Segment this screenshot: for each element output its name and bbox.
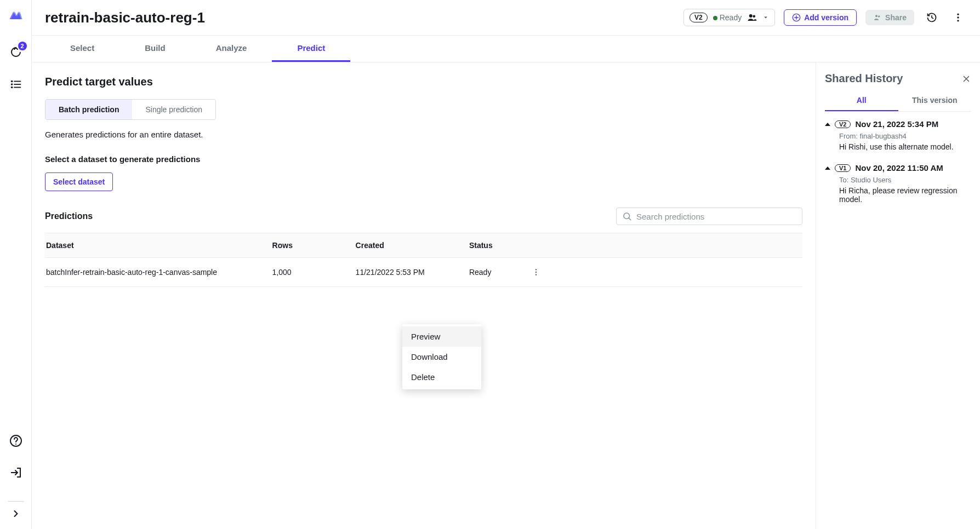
- cell-created: 11/21/2022 5:53 PM: [356, 258, 469, 287]
- cell-dataset: batchInfer-retrain-basic-auto-reg-1-canv…: [45, 258, 272, 287]
- svg-point-11: [875, 15, 878, 17]
- panel-tab-this-version[interactable]: This version: [898, 90, 972, 111]
- menu-download[interactable]: Download: [402, 347, 481, 367]
- history-version-badge: V1: [835, 164, 851, 172]
- exit-icon[interactable]: [8, 465, 24, 480]
- history-date: Nov 20, 2022 11:50 AM: [855, 163, 943, 173]
- app-logo-icon[interactable]: [8, 8, 24, 23]
- expand-rail-icon[interactable]: [8, 506, 24, 521]
- activity-icon[interactable]: 2: [8, 45, 24, 60]
- col-created: Created: [356, 233, 469, 258]
- predict-description: Generates predictions for an entire data…: [45, 130, 802, 139]
- panel-tabs: All This version: [825, 90, 971, 112]
- select-dataset-heading: Select a dataset to generate predictions: [45, 154, 802, 164]
- share-button: Share: [865, 10, 914, 25]
- svg-point-2: [10, 83, 13, 85]
- history-message: Hi Rishi, use this alternate model.: [839, 142, 971, 151]
- svg-point-14: [957, 16, 959, 18]
- history-item: V1 Nov 20, 2022 11:50 AM To: Studio User…: [825, 163, 971, 204]
- svg-point-7: [15, 444, 16, 445]
- single-prediction-tab[interactable]: Single prediction: [132, 100, 215, 119]
- svg-rect-1: [14, 81, 21, 82]
- main: retrain-basic-auto-reg-1 V2 Ready Add ve…: [32, 0, 980, 529]
- prediction-mode-toggle: Batch prediction Single prediction: [45, 99, 216, 120]
- history-item: V2 Nov 21, 2022 5:34 PM From: final-bugb…: [825, 119, 971, 151]
- tab-select[interactable]: Select: [45, 36, 119, 62]
- page-title: retrain-basic-auto-reg-1: [45, 9, 683, 26]
- history-meta: To: Studio Users: [839, 176, 971, 184]
- add-version-label: Add version: [804, 13, 848, 22]
- svg-point-8: [749, 14, 753, 18]
- predictions-header: Predictions: [45, 208, 802, 225]
- panel-tab-all[interactable]: All: [825, 90, 898, 111]
- tab-analyze[interactable]: Analyze: [191, 36, 272, 62]
- header-actions: V2 Ready Add version Share: [683, 9, 967, 26]
- panel-header: Shared History: [825, 72, 971, 85]
- history-icon[interactable]: [923, 9, 941, 26]
- help-icon[interactable]: [8, 433, 24, 449]
- list-icon[interactable]: [8, 77, 24, 92]
- panel-title: Shared History: [825, 72, 903, 85]
- svg-point-18: [535, 272, 537, 273]
- select-dataset-button[interactable]: Select dataset: [45, 173, 113, 191]
- predict-title: Predict target values: [45, 76, 802, 88]
- search-input[interactable]: [636, 212, 796, 221]
- cell-status: Ready: [469, 258, 530, 287]
- svg-rect-5: [14, 87, 21, 88]
- activity-badge: 2: [18, 42, 27, 50]
- history-date: Nov 21, 2022 5:34 PM: [855, 119, 938, 129]
- col-status: Status: [469, 233, 530, 258]
- share-label: Share: [885, 13, 907, 22]
- svg-point-13: [957, 14, 959, 15]
- menu-preview[interactable]: Preview: [402, 326, 481, 347]
- svg-point-0: [10, 81, 13, 83]
- svg-point-19: [535, 274, 537, 275]
- close-panel-button[interactable]: [961, 74, 971, 84]
- tab-build[interactable]: Build: [119, 36, 191, 62]
- col-dataset: Dataset: [45, 233, 272, 258]
- row-actions-menu: Preview Download Delete: [402, 324, 481, 389]
- svg-point-17: [535, 269, 537, 270]
- header: retrain-basic-auto-reg-1 V2 Ready Add ve…: [32, 0, 980, 36]
- table-row: batchInfer-retrain-basic-auto-reg-1-canv…: [45, 258, 802, 287]
- collapse-icon[interactable]: [825, 123, 830, 126]
- svg-point-4: [10, 87, 13, 89]
- version-selector[interactable]: V2 Ready: [683, 9, 775, 26]
- row-actions-button[interactable]: [529, 266, 543, 279]
- tab-predict[interactable]: Predict: [272, 36, 350, 62]
- history-version-badge: V2: [835, 120, 851, 128]
- people-icon: [747, 13, 757, 22]
- content-wrap: Predict target values Batch prediction S…: [32, 62, 980, 529]
- batch-prediction-tab[interactable]: Batch prediction: [45, 100, 132, 119]
- chevron-down-icon: [762, 14, 769, 21]
- predictions-table: Dataset Rows Created Status batchInfer-r…: [45, 233, 802, 287]
- svg-point-15: [957, 20, 959, 21]
- status-indicator: Ready: [713, 13, 742, 22]
- svg-point-12: [878, 15, 880, 17]
- collapse-icon[interactable]: [825, 166, 830, 170]
- history-meta: From: final-bugbash4: [839, 132, 971, 140]
- predictions-heading: Predictions: [45, 211, 93, 221]
- search-predictions[interactable]: [616, 208, 802, 225]
- predict-content: Predict target values Batch prediction S…: [32, 62, 816, 529]
- cell-rows: 1,000: [272, 258, 356, 287]
- version-badge: V2: [690, 13, 708, 22]
- svg-point-9: [753, 15, 756, 18]
- menu-delete[interactable]: Delete: [402, 367, 481, 387]
- main-tabs: Select Build Analyze Predict: [32, 36, 980, 62]
- search-icon: [622, 211, 632, 221]
- left-rail: 2: [0, 0, 32, 529]
- rail-divider: [8, 501, 24, 502]
- shared-history-panel: Shared History All This version V2 Nov 2…: [816, 62, 980, 529]
- add-version-button[interactable]: Add version: [784, 9, 857, 26]
- col-rows: Rows: [272, 233, 356, 258]
- svg-rect-3: [14, 84, 21, 85]
- more-icon[interactable]: [949, 9, 967, 26]
- history-message: Hi Richa, please review regression model…: [839, 186, 971, 204]
